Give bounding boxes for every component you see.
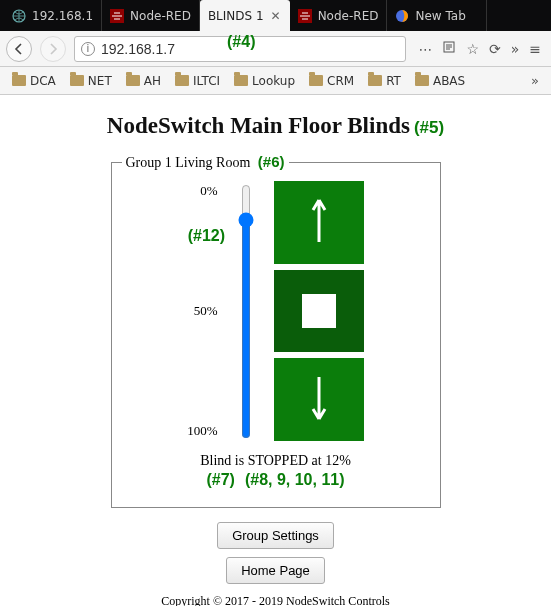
browser-tab-label: BLINDS 1 bbox=[208, 9, 264, 23]
nodered-icon bbox=[298, 9, 312, 23]
globe-icon bbox=[12, 9, 26, 23]
folder-icon bbox=[368, 75, 382, 86]
browser-tab-4[interactable]: New Tab bbox=[387, 0, 487, 31]
bookmark-folder[interactable]: CRM bbox=[303, 72, 360, 90]
more-icon[interactable]: ⋯ bbox=[418, 41, 432, 57]
browser-tab-0[interactable]: 192.168.1 bbox=[4, 0, 102, 31]
menu-icon[interactable]: ≡ bbox=[529, 41, 541, 57]
folder-icon bbox=[70, 75, 84, 86]
browser-nav-toolbar: i ⋯ ☆ ⟳ » ≡ bbox=[0, 31, 551, 67]
page-title: NodeSwitch Main Floor Blinds(#5) bbox=[0, 113, 551, 139]
bookmark-folder[interactable]: NET bbox=[64, 72, 118, 90]
browser-tab-label: New Tab bbox=[415, 9, 478, 23]
annotation-12: (#12) bbox=[188, 227, 225, 245]
bookmark-folder[interactable]: ABAS bbox=[409, 72, 471, 90]
refresh-icon[interactable]: ⟳ bbox=[489, 41, 501, 57]
bookmark-folder[interactable]: AH bbox=[120, 72, 167, 90]
browser-tab-active[interactable]: BLINDS 1 ✕ bbox=[200, 0, 290, 31]
stop-button[interactable] bbox=[274, 270, 364, 353]
position-slider[interactable] bbox=[236, 184, 256, 439]
site-info-icon[interactable]: i bbox=[81, 42, 95, 56]
group-legend: Group 1 Living Room (#6) bbox=[122, 153, 289, 171]
annotation-8-11: (#8, 9, 10, 11) bbox=[245, 471, 345, 489]
folder-icon bbox=[415, 75, 429, 86]
firefox-icon bbox=[395, 9, 409, 23]
tick-100: 100% bbox=[187, 423, 217, 439]
browser-tab-label: 192.168.1 bbox=[32, 9, 93, 23]
browser-tab-1[interactable]: Node-RED bbox=[102, 0, 200, 31]
annotation-6: (#6) bbox=[258, 153, 285, 170]
annotation-5: (#5) bbox=[414, 118, 444, 137]
bookmark-folder[interactable]: Lookup bbox=[228, 72, 301, 90]
raise-button[interactable] bbox=[274, 181, 364, 264]
close-icon[interactable]: ✕ bbox=[270, 10, 282, 22]
group-settings-button[interactable]: Group Settings bbox=[217, 522, 334, 549]
browser-tab-3[interactable]: Node-RED bbox=[290, 0, 388, 31]
browser-tab-label: Node-RED bbox=[318, 9, 379, 23]
page-content: NodeSwitch Main Floor Blinds(#5) Group 1… bbox=[0, 95, 551, 606]
group-fieldset: Group 1 Living Room (#6) 0% 50% 100% (#1… bbox=[111, 153, 441, 508]
status-text: Blind is STOPPED at 12% (#7) (#8, 9, 10,… bbox=[122, 453, 430, 489]
nodered-icon bbox=[110, 9, 124, 23]
tick-0: 0% bbox=[200, 183, 217, 199]
arrow-down-icon bbox=[309, 375, 329, 424]
bookmarks-bar: DCA NET AH ILTCI Lookup CRM RT ABAS » bbox=[0, 67, 551, 95]
bookmarks-overflow-icon[interactable]: » bbox=[525, 73, 545, 88]
browser-tab-strip: 192.168.1 Node-RED BLINDS 1 ✕ Node-RED N… bbox=[0, 0, 551, 31]
bookmark-folder[interactable]: DCA bbox=[6, 72, 62, 90]
arrow-up-icon bbox=[309, 198, 329, 247]
tick-50: 50% bbox=[194, 303, 218, 319]
reader-icon[interactable] bbox=[442, 40, 456, 57]
annotation-4: (#4) bbox=[227, 33, 255, 51]
stop-icon bbox=[302, 294, 336, 328]
copyright: Copyright © 2017 - 2019 NodeSwitch Contr… bbox=[0, 594, 551, 606]
browser-tab-label: Node-RED bbox=[130, 9, 191, 23]
bookmark-folder[interactable]: RT bbox=[362, 72, 407, 90]
home-page-button[interactable]: Home Page bbox=[226, 557, 325, 584]
back-button[interactable] bbox=[6, 36, 32, 62]
overflow-chevron-icon[interactable]: » bbox=[511, 41, 520, 57]
folder-icon bbox=[309, 75, 323, 86]
forward-button[interactable] bbox=[40, 36, 66, 62]
folder-icon bbox=[126, 75, 140, 86]
lower-button[interactable] bbox=[274, 358, 364, 441]
folder-icon bbox=[175, 75, 189, 86]
folder-icon bbox=[12, 75, 26, 86]
folder-icon bbox=[234, 75, 248, 86]
bookmark-star-icon[interactable]: ☆ bbox=[466, 41, 479, 57]
bookmark-folder[interactable]: ILTCI bbox=[169, 72, 226, 90]
annotation-7: (#7) bbox=[206, 471, 234, 489]
slider-ticks: 0% 50% 100% bbox=[187, 181, 217, 441]
